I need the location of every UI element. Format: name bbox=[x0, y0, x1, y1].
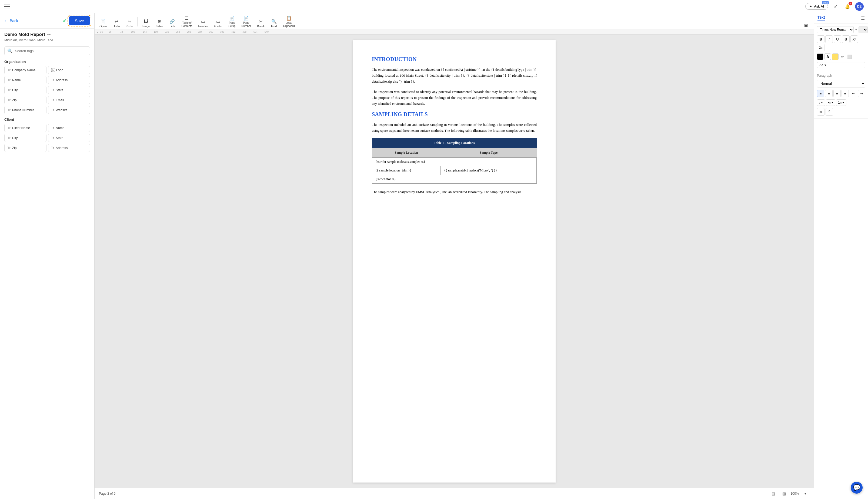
tag-address[interactable]: Tr Address bbox=[48, 76, 90, 84]
tag-logo[interactable]: 🖼 Logo bbox=[48, 66, 90, 74]
tag-zip[interactable]: Tr Zip bbox=[4, 96, 47, 104]
section2-para2[interactable]: The samples were analyzed by EMSL Analyt… bbox=[372, 189, 537, 195]
numbered-list-button[interactable]: 1≡ ▼ bbox=[836, 99, 846, 106]
toolbar-table[interactable]: ⊞ Table bbox=[153, 18, 166, 29]
align-center-button[interactable]: ≡ bbox=[825, 90, 832, 97]
avatar[interactable]: DE bbox=[855, 2, 864, 11]
document-page[interactable]: INTRODUCTION The environmental inspectio… bbox=[353, 40, 556, 483]
bold-button[interactable]: B bbox=[817, 35, 824, 43]
section1-para2[interactable]: The inspection was conducted to identify… bbox=[372, 89, 537, 107]
tag-client-address[interactable]: Tr Address bbox=[48, 144, 90, 152]
back-button[interactable]: ← Back bbox=[4, 19, 18, 23]
section2-para1[interactable]: The inspection included air and surface … bbox=[372, 122, 537, 134]
subscript-button[interactable]: X₂ bbox=[817, 44, 824, 51]
notif-count: 1 bbox=[848, 2, 852, 5]
pen-icon[interactable]: ✏ bbox=[840, 54, 845, 59]
panel-close-icon[interactable]: ☰ bbox=[861, 16, 865, 21]
format-row: B I U S X² X₂ bbox=[817, 35, 865, 51]
text-panel-tab[interactable]: Text bbox=[818, 15, 825, 21]
line-spacing-button[interactable]: ↕ ▼ bbox=[817, 99, 825, 106]
toolbar-toggle-sidebar[interactable]: ▣ bbox=[800, 22, 812, 29]
tag-email[interactable]: Tr Email bbox=[48, 96, 90, 104]
toolbar-clipboard[interactable]: 📋 LocalClipboard bbox=[281, 15, 298, 29]
tag-city[interactable]: Tr City bbox=[4, 86, 47, 94]
tag-client-city[interactable]: Tr City bbox=[4, 134, 47, 142]
font-size-select[interactable] bbox=[858, 26, 868, 33]
page-info: Page 2 of 5 bbox=[99, 492, 115, 496]
tag-client-zip[interactable]: Tr Zip bbox=[4, 144, 47, 152]
tag-website[interactable]: Tr Website bbox=[48, 106, 90, 114]
section1-para1[interactable]: The environmental inspection was conduct… bbox=[372, 67, 537, 85]
text-color-black[interactable] bbox=[817, 53, 823, 60]
toolbar-break[interactable]: ✂ Break bbox=[254, 18, 267, 29]
toolbar-pagenumber[interactable]: 📄 PageNumber bbox=[239, 15, 254, 29]
paragraph-mark-button[interactable]: ¶ bbox=[825, 108, 833, 115]
page-container[interactable]: INTRODUCTION The environmental inspectio… bbox=[95, 35, 814, 488]
text-icon: Tr bbox=[7, 98, 11, 102]
strikethrough-button[interactable]: S bbox=[842, 35, 849, 43]
toolbar-open[interactable]: 📄 Open bbox=[97, 18, 109, 29]
chat-bubble[interactable]: 💬 bbox=[851, 482, 863, 494]
bullet-list-button[interactable]: •≡ ▼ bbox=[826, 99, 835, 106]
notifications-wrapper: 🔔 1 bbox=[843, 2, 852, 11]
text-icon: Tr bbox=[51, 88, 54, 92]
view-icon-2[interactable]: ▦ bbox=[780, 489, 788, 498]
ask-ai-button[interactable]: ✦ Ask AI beta bbox=[805, 3, 828, 10]
highlight-color-yellow[interactable] bbox=[832, 53, 839, 60]
toolbar-link[interactable]: 🔗 Link bbox=[166, 18, 178, 29]
tag-label: Client Name bbox=[12, 126, 30, 130]
toolbar-undo[interactable]: ↩ Undo bbox=[110, 18, 122, 29]
indent-right-button[interactable]: ⇥ bbox=[858, 90, 865, 97]
expand-icon[interactable]: ⤢ bbox=[831, 2, 840, 11]
eraser-icon[interactable]: ⬜ bbox=[846, 54, 853, 59]
check-icon: ✔ bbox=[63, 18, 67, 24]
toolbar-toc[interactable]: ☰ Table ofContents bbox=[179, 15, 195, 29]
top-bar-left bbox=[4, 4, 10, 8]
save-button[interactable]: Save bbox=[69, 16, 90, 25]
toolbar-pagesetup[interactable]: 📄 PageSetup bbox=[226, 15, 238, 29]
table-row1: {%tr for sample in details.samples %} bbox=[372, 157, 537, 166]
edit-title-icon[interactable]: ✏ bbox=[47, 33, 50, 37]
toolbar-link-label: Link bbox=[169, 25, 175, 28]
tag-label: Zip bbox=[12, 146, 17, 150]
indent-left-button[interactable]: ⇤ bbox=[849, 90, 857, 97]
zoom-dropdown-icon[interactable]: ▼ bbox=[801, 489, 810, 498]
tag-state[interactable]: Tr State bbox=[48, 86, 90, 94]
font-color-button[interactable]: A bbox=[824, 53, 831, 60]
align-justify-button[interactable]: ≡ bbox=[842, 90, 849, 97]
align-right-button[interactable]: ≡ bbox=[833, 90, 841, 97]
toolbar-image[interactable]: 🖼 Image bbox=[139, 18, 153, 29]
toolbar-header[interactable]: ▭ Header bbox=[195, 18, 211, 29]
link-toolbar-icon: 🔗 bbox=[169, 19, 175, 24]
tag-phone[interactable]: Tr Phone Number bbox=[4, 106, 47, 114]
underline-button[interactable]: U bbox=[834, 35, 841, 43]
toolbar-footer[interactable]: ▭ Footer bbox=[211, 18, 225, 29]
search-input[interactable] bbox=[15, 49, 87, 53]
hamburger-menu[interactable] bbox=[4, 4, 10, 8]
paragraph-style-select[interactable]: Normal bbox=[817, 80, 865, 87]
section2-title: SAMPLING DETAILS bbox=[372, 111, 537, 118]
text-icon: Tr bbox=[7, 126, 11, 130]
tag-client-name2[interactable]: Tr Name bbox=[48, 124, 90, 132]
font-family-select[interactable]: Times New Roman bbox=[817, 26, 854, 33]
align-left-button[interactable]: ≡ bbox=[817, 90, 824, 97]
text-icon: Tr bbox=[7, 136, 11, 140]
toolbar-pagesetup-label: PageSetup bbox=[228, 21, 235, 28]
tag-label: Name bbox=[56, 126, 64, 130]
italic-button[interactable]: I bbox=[825, 35, 833, 43]
toolbar-find[interactable]: 🔍 Find bbox=[268, 18, 280, 29]
back-label: Back bbox=[10, 19, 18, 23]
text-style-button[interactable]: Aa ▼ bbox=[817, 62, 865, 68]
tag-label: State bbox=[56, 136, 63, 140]
report-title-text: Demo Mold Report bbox=[4, 32, 45, 37]
copy-format-button[interactable]: ⊞ bbox=[817, 108, 824, 115]
superscript-button[interactable]: X² bbox=[851, 35, 858, 43]
tag-client-state[interactable]: Tr State bbox=[48, 134, 90, 142]
tag-company-name[interactable]: Tr Company Name bbox=[4, 66, 47, 74]
numbered-arrow: ▼ bbox=[842, 101, 844, 104]
redo-icon: ↪ bbox=[128, 19, 131, 24]
toolbar-redo[interactable]: ↪ Redo bbox=[123, 18, 135, 29]
tag-name[interactable]: Tr Name bbox=[4, 76, 47, 84]
view-icon-1[interactable]: ▤ bbox=[769, 489, 777, 498]
tag-client-name[interactable]: Tr Client Name bbox=[4, 124, 47, 132]
